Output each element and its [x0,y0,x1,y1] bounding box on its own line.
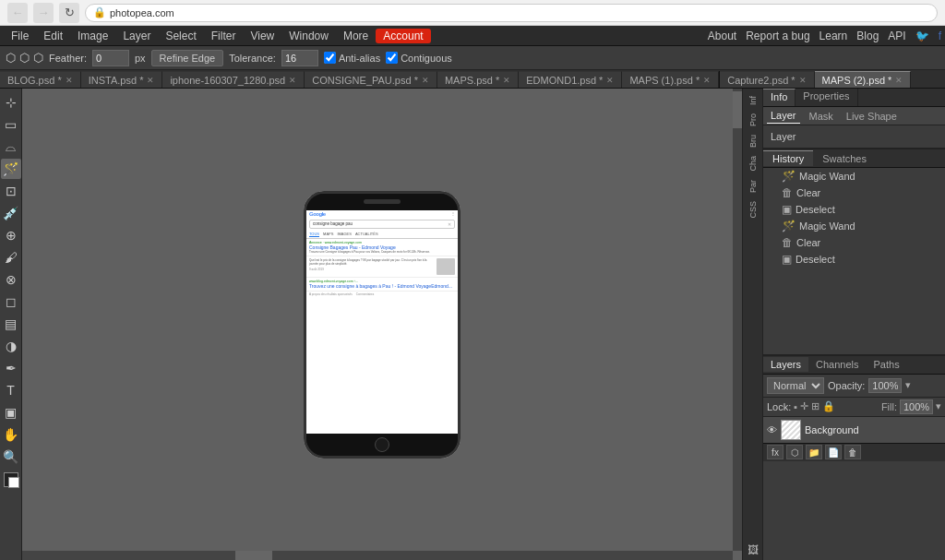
tab-blog-close[interactable]: ✕ [66,76,73,85]
tool-brush[interactable]: 🖌 [1,247,21,268]
menu-select[interactable]: Select [158,28,203,44]
menu-edit[interactable]: Edit [36,28,70,44]
lasso2-icon[interactable]: ⬡ [19,51,30,65]
history-item-1[interactable]: 🗑 Clear [763,185,945,201]
tab-properties[interactable]: Properties [795,89,857,106]
menu-filter[interactable]: Filter [204,28,244,44]
tab-swatches[interactable]: Swatches [813,151,876,166]
lock-move-icon[interactable]: ✛ [800,400,808,412]
tab-blog[interactable]: BLOG.psd * ✕ [0,71,81,88]
anti-alias-check[interactable]: Anti-alias [324,52,380,64]
tool-text[interactable]: T [1,380,21,400]
horizontal-scrollbar[interactable] [22,551,733,560]
strip-bru[interactable]: Bru [747,131,760,151]
tool-gradient[interactable]: ▤ [1,314,21,334]
opacity-input[interactable] [868,378,902,393]
tab-channels[interactable]: Channels [808,357,866,372]
forward-button[interactable]: → [33,3,54,23]
menu-window[interactable]: Window [281,28,336,44]
history-item-3[interactable]: 🪄 Magic Wand [763,218,945,234]
lock-pixels-icon[interactable]: ▪ [794,401,797,412]
menu-more[interactable]: More [336,28,376,44]
menu-report-bug[interactable]: Report a bug [746,30,809,42]
history-item-4[interactable]: 🗑 Clear [763,234,945,251]
menu-layer[interactable]: Layer [115,28,158,44]
delete-layer-button[interactable]: 🗑 [844,445,861,459]
layer-tab-layer[interactable]: Layer [767,108,800,124]
blend-mode-select[interactable]: Normal [767,377,824,394]
tab-info[interactable]: Info [763,89,795,106]
tab-maps1-close[interactable]: ✕ [703,76,711,85]
fill-arrow[interactable]: ▾ [936,400,941,412]
menu-image[interactable]: Image [70,28,115,44]
contiguous-check[interactable]: Contiguous [386,52,452,64]
tool-stamp[interactable]: ⊗ [1,269,21,290]
tab-capture-close[interactable]: ✕ [799,76,807,85]
strip-cha[interactable]: Cha [747,152,760,175]
menu-account[interactable]: Account [376,29,430,43]
tab-insta[interactable]: INSTA.psd * ✕ [81,71,163,88]
layer-tab-liveshape[interactable]: Live Shape [843,109,901,124]
tool-heal[interactable]: ⊕ [1,225,21,245]
add-mask-button[interactable]: ⬡ [786,445,803,459]
tab-consigne-close[interactable]: ✕ [422,76,429,85]
new-layer-button[interactable]: 📄 [825,445,842,459]
tool-marquee[interactable]: ▭ [1,114,21,135]
layer-item-background[interactable]: 👁 Background [763,417,945,443]
menu-about[interactable]: About [708,30,736,42]
strip-pro[interactable]: Pro [747,110,760,130]
tab-maps-close[interactable]: ✕ [503,76,510,85]
tab-edmond[interactable]: EDMOND1.psd * ✕ [519,71,622,88]
history-item-0[interactable]: 🪄 Magic Wand [763,168,945,185]
lock-all-icon[interactable]: 🔒 [822,400,835,412]
tab-consigne[interactable]: CONSIGNE_PAU.psd * ✕ [305,71,437,88]
tab-paths[interactable]: Paths [867,357,907,372]
new-group-button[interactable]: 📁 [806,445,822,459]
refresh-button[interactable]: ↻ [59,3,79,23]
strip-inf[interactable]: Inf [747,92,760,109]
lock-artboard-icon[interactable]: ⊞ [811,400,819,412]
tab-maps[interactable]: MAPS.psd * ✕ [437,71,519,88]
tab-iphone-close[interactable]: ✕ [289,76,296,85]
add-fx-button[interactable]: fx [767,445,784,459]
foreground-color[interactable] [4,472,18,487]
tool-lasso[interactable]: ⌓ [1,137,21,157]
menu-api[interactable]: API [888,30,905,42]
menu-view[interactable]: View [243,28,281,44]
feather-input[interactable] [92,50,129,66]
opacity-arrow[interactable]: ▾ [905,379,911,391]
address-bar[interactable]: 🔒 photopea.com [85,4,938,22]
tool-shape[interactable]: ▣ [1,402,21,423]
refine-edge-button[interactable]: Refine Edge [151,50,224,66]
tab-maps2-close[interactable]: ✕ [895,76,903,85]
h-scroll-thumb[interactable] [235,551,272,560]
menu-learn[interactable]: Learn [819,30,848,42]
tool-crop[interactable]: ⊡ [1,181,21,201]
lasso-icon[interactable]: ⬡ [6,51,16,65]
panel-layers-icon[interactable]: 🖼 [744,540,762,560]
v-scroll-thumb[interactable] [733,91,742,128]
strip-css[interactable]: CSS [747,197,760,222]
tool-eyedropper[interactable]: 💉 [1,203,21,223]
tab-layers[interactable]: Layers [763,357,808,372]
history-item-2[interactable]: ▣ Deselect [763,201,945,218]
tab-insta-close[interactable]: ✕ [147,76,154,85]
tab-maps1[interactable]: MAPS (1).psd * ✕ [622,71,719,88]
tab-edmond-close[interactable]: ✕ [606,76,614,85]
background-color[interactable] [8,477,19,488]
lasso3-icon[interactable]: ⬡ [33,51,43,65]
tab-history[interactable]: History [763,150,813,166]
layer-visibility-icon[interactable]: 👁 [767,424,777,435]
tool-zoom[interactable]: 🔍 [1,447,21,467]
fill-input[interactable] [900,399,933,414]
back-button[interactable]: ← [7,3,28,23]
tool-eraser[interactable]: ◻ [1,292,21,312]
tool-magic-wand[interactable]: 🪄 [1,159,21,179]
menu-blog[interactable]: Blog [856,30,879,42]
vertical-scrollbar[interactable] [733,89,742,551]
tolerance-input[interactable] [281,50,318,66]
strip-par[interactable]: Par [747,176,760,197]
tab-maps2[interactable]: MAPS (2).psd * ✕ [815,71,912,88]
canvas-background[interactable]: Google ⋮ consigne bagage pau ✕ TOUS [22,89,742,560]
tab-capture[interactable]: Capture2.psd * ✕ [720,71,814,88]
